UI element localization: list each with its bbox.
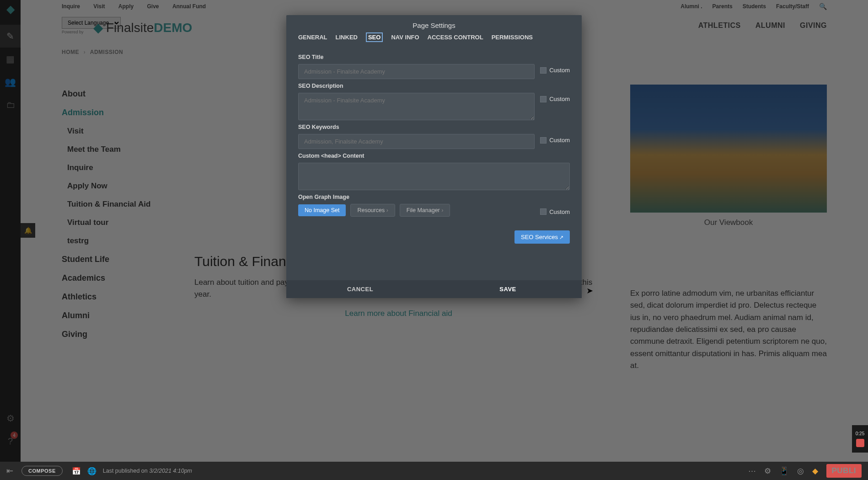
record-icon[interactable] — [856, 439, 864, 447]
head-content-input[interactable] — [298, 163, 570, 190]
exit-icon[interactable]: ⇤ — [6, 466, 13, 476]
og-custom-checkbox[interactable]: Custom — [540, 206, 570, 215]
recording-time: 0:25 — [856, 431, 864, 436]
tab-general[interactable]: GENERAL — [298, 34, 327, 42]
seo-title-input[interactable] — [298, 64, 535, 79]
phone-icon[interactable]: 📱 — [779, 466, 789, 476]
seo-keywords-input[interactable] — [298, 134, 535, 149]
custom-label: Custom — [549, 137, 570, 144]
publish-button[interactable]: PUBLI — [826, 464, 862, 478]
tab-seo[interactable]: SEO — [366, 32, 383, 42]
recording-widget[interactable]: 0:25 — [852, 425, 868, 453]
custom-label: Custom — [549, 208, 570, 215]
compose-button[interactable]: COMPOSE — [21, 466, 63, 476]
tab-linked[interactable]: LINKED — [336, 34, 358, 42]
seo-desc-label: SEO Description — [298, 83, 570, 89]
no-image-set-button[interactable]: No Image Set — [298, 204, 346, 216]
cancel-button[interactable]: CANCEL — [286, 280, 434, 298]
seo-desc-input[interactable] — [298, 93, 535, 120]
composer-bottom-bar: ⇤ COMPOSE 📅 🌐 Last published on 3/2/2021… — [0, 462, 868, 480]
modal-tabs: GENERAL LINKED SEO NAV INFO ACCESS CONTR… — [286, 34, 582, 48]
resources-button[interactable]: Resources — [350, 204, 395, 217]
more-icon[interactable]: ⋯ — [748, 466, 756, 476]
preview-icon[interactable]: ◎ — [797, 466, 804, 476]
seo-keywords-label: SEO Keywords — [298, 124, 570, 130]
tab-nav-info[interactable]: NAV INFO — [391, 34, 419, 42]
modal-footer: CANCEL SAVE — [286, 280, 582, 298]
seo-title-custom-checkbox[interactable]: Custom — [540, 64, 570, 74]
globe-icon[interactable]: 🌐 — [87, 467, 96, 475]
tab-access-control[interactable]: ACCESS CONTROL — [428, 34, 483, 42]
custom-label: Custom — [549, 96, 570, 102]
head-content-label: Custom <head> Content — [298, 153, 570, 159]
file-manager-button[interactable]: File Manager — [400, 204, 450, 217]
last-published-text: Last published on 3/2/2021 4:10pm — [103, 468, 192, 474]
custom-label: Custom — [549, 67, 570, 74]
seo-desc-custom-checkbox[interactable]: Custom — [540, 93, 570, 102]
seo-keywords-custom-checkbox[interactable]: Custom — [540, 134, 570, 144]
page-settings-modal: Page Settings GENERAL LINKED SEO NAV INF… — [286, 15, 582, 298]
diamond-icon[interactable]: ◆ — [812, 466, 818, 476]
gear-icon[interactable]: ⚙ — [764, 466, 771, 476]
og-image-label: Open Graph Image — [298, 194, 570, 200]
save-button[interactable]: SAVE — [434, 280, 582, 298]
modal-title: Page Settings — [286, 15, 582, 34]
calendar-icon[interactable]: 📅 — [72, 467, 81, 475]
seo-services-button[interactable]: SEO Services — [514, 230, 570, 244]
tab-permissions[interactable]: PERMISSIONS — [492, 34, 533, 42]
seo-title-label: SEO Title — [298, 54, 570, 60]
